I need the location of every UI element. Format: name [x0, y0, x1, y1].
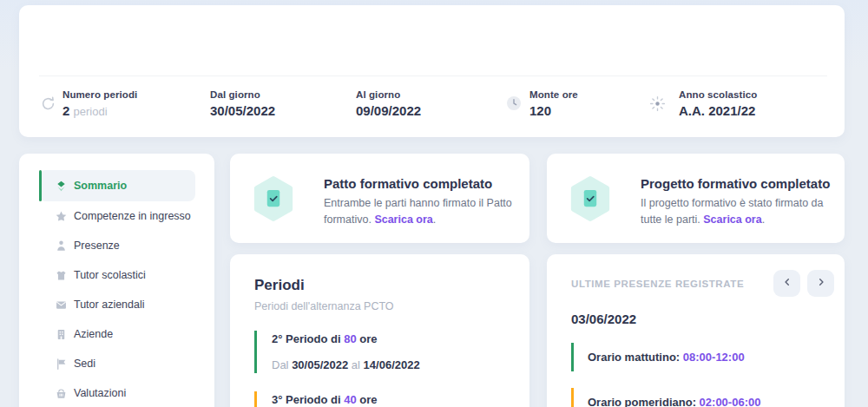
card-title: Patto formativo completato — [324, 176, 492, 191]
stat-value: 09/09/2022 — [356, 103, 421, 118]
gem-icon — [55, 180, 68, 193]
stat-anno-scolastico: Anno scolastico A.A. 2021/22 — [679, 89, 757, 118]
period-item: 2° Periodo di 80 ore Dal 30/05/2022 al 1… — [254, 331, 505, 373]
pagination — [773, 270, 834, 297]
sidebar-item-label: Presenze — [74, 240, 120, 252]
stat-value: 2 periodi — [62, 103, 137, 118]
sidebar-item-presenze[interactable]: Presenze — [39, 231, 195, 260]
presence-date: 03/06/2022 — [571, 312, 820, 326]
entry-time: 02:00-06:00 — [700, 396, 761, 407]
refresh-icon — [40, 95, 56, 115]
active-indicator — [39, 170, 42, 201]
sidebar-item-label: Valutazioni — [74, 387, 126, 399]
card-body: Entrambe le parti hanno firmato il Patto… — [324, 195, 516, 229]
sidebar-item-tutor-scolastici[interactable]: Tutor scolastici — [39, 260, 195, 290]
sidebar-item-sommario[interactable]: Sommario — [39, 170, 195, 201]
person-icon — [55, 240, 68, 253]
card-title: Progetto formativo completato — [641, 176, 830, 191]
pcto-dashboard: Numero periodi 2 periodi Dal giorno 30/0… — [0, 0, 868, 407]
stat-value: 30/05/2022 — [210, 103, 275, 118]
presence-entry: Orario mattutino: 08:00-12:00 — [571, 343, 820, 371]
shirt-icon — [55, 269, 68, 282]
document-check-hexagon-icon — [568, 175, 613, 226]
sidebar-item-label: Sedi — [74, 358, 95, 370]
stat-label: Dal giorno — [210, 89, 275, 100]
sidebar-item-sedi[interactable]: Sedi — [39, 349, 195, 378]
patto-formativo-card: Patto formativo completato Entrambe le p… — [230, 154, 529, 243]
presence-entry: Orario pomeridiano: 02:00-06:00 — [571, 388, 820, 407]
stat-value: A.A. 2021/22 — [679, 103, 757, 118]
card-subtitle: Periodi dell'alternanza PCTO — [254, 300, 505, 312]
sidebar-item-tutor-aziendali[interactable]: Tutor aziendali — [39, 290, 195, 319]
sidebar-item-competenze[interactable]: Competenze in ingresso — [39, 201, 195, 231]
chevron-left-icon — [781, 276, 793, 291]
building-icon — [55, 328, 68, 341]
flag-icon — [55, 358, 68, 371]
stat-label: Monte ore — [529, 89, 578, 100]
next-button[interactable] — [807, 270, 834, 297]
progetto-formativo-card: Progetto formativo completato Il progett… — [547, 154, 845, 243]
scarica-ora-link[interactable]: Scarica ora — [703, 213, 761, 226]
entry-label: Orario pomeridiano: — [588, 396, 696, 407]
scarica-ora-link[interactable]: Scarica ora — [374, 213, 432, 226]
sidebar-item-valutazioni[interactable]: Valutazioni — [39, 378, 195, 407]
stat-label: Al giorno — [356, 89, 421, 100]
sidebar: Sommario Competenze in ingresso Presenze — [19, 154, 214, 407]
stat-al-giorno: Al giorno 09/09/2022 — [356, 89, 421, 118]
stat-value: 120 — [529, 103, 578, 118]
sidebar-item-label: Tutor scolastici — [74, 269, 146, 281]
stat-label: Anno scolastico — [679, 89, 757, 100]
sun-icon — [649, 95, 666, 115]
card-body: Il progetto formativo è stato firmato da… — [641, 195, 833, 229]
summary-card: Numero periodi 2 periodi Dal giorno 30/0… — [19, 5, 845, 137]
sidebar-item-label: Competenze in ingresso — [74, 210, 191, 222]
basket-icon — [55, 387, 68, 400]
clock-icon — [506, 95, 522, 115]
period-dates: Dal 30/05/2022 al 14/06/2022 — [272, 358, 505, 371]
period-label: 2° Periodo di 80 ore — [272, 332, 505, 345]
mail-icon — [55, 299, 68, 312]
ultime-presenze-card: ULTIME PRESENZE REGISTRATE 03/06/2022 Or… — [547, 254, 845, 407]
sidebar-item-label: Sommario — [74, 180, 127, 192]
prev-button[interactable] — [773, 270, 800, 297]
sidebar-item-aziende[interactable]: Aziende — [39, 319, 195, 349]
chevron-right-icon — [815, 276, 827, 291]
entry-label: Orario mattutino: — [588, 351, 680, 364]
divider — [39, 75, 827, 76]
document-check-hexagon-icon — [251, 175, 296, 226]
stat-label: Numero periodi — [62, 89, 137, 100]
stat-numero-periodi: Numero periodi 2 periodi — [62, 89, 137, 118]
sidebar-item-label: Aziende — [74, 328, 113, 340]
stat-dal-giorno: Dal giorno 30/05/2022 — [210, 89, 275, 118]
sidebar-item-label: Tutor aziendali — [74, 299, 145, 311]
stat-monte-ore: Monte ore 120 — [529, 89, 578, 118]
period-label: 3° Periodo di 40 ore — [272, 393, 505, 406]
period-item: 3° Periodo di 40 ore — [254, 391, 505, 407]
entry-time: 08:00-12:00 — [683, 351, 745, 364]
periodi-card: Periodi Periodi dell'alternanza PCTO 2° … — [230, 254, 529, 407]
card-title: Periodi — [254, 277, 505, 294]
star-icon — [55, 210, 68, 223]
